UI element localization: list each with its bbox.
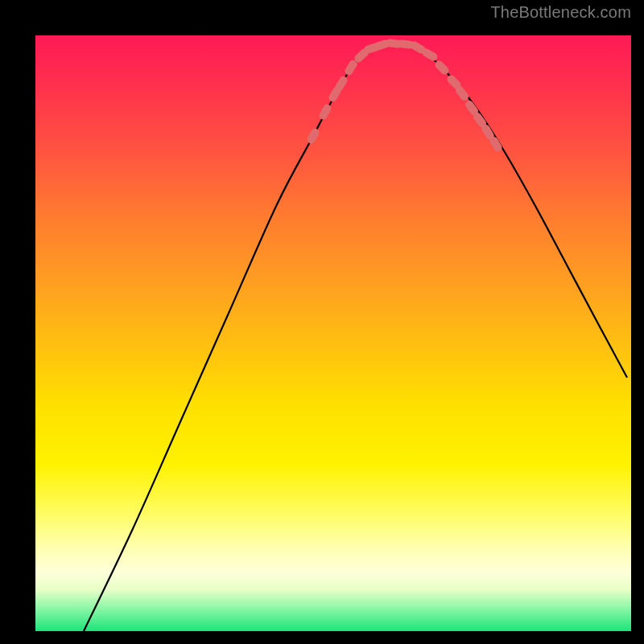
watermark-text: TheBottleneck.com: [490, 3, 631, 22]
chart-frame: [11, 11, 633, 633]
curve-marker: [318, 103, 332, 121]
bottleneck-curve: [84, 43, 627, 631]
curve-markers: [306, 39, 504, 153]
chart-svg: [35, 35, 631, 631]
plot-area: [35, 35, 631, 631]
curve-marker: [306, 127, 320, 145]
